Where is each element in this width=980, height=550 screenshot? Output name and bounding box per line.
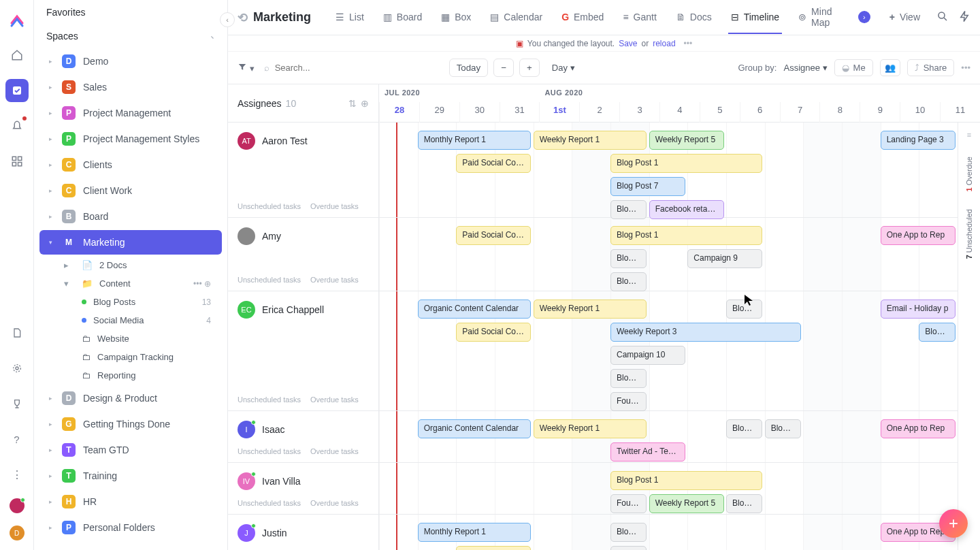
task-bar[interactable]: One App to Rep	[881, 226, 956, 245]
share-button[interactable]: ⤴Share	[907, 59, 955, 76]
tab-list[interactable]: ☰List	[333, 1, 367, 34]
task-bar[interactable]: Found...	[610, 392, 647, 411]
sidebar-space-hr[interactable]: ▸HHR	[39, 489, 222, 514]
assignee-avatar[interactable]	[238, 227, 255, 245]
sidebar-space-getting-things-done[interactable]: ▸GGetting Things Done	[39, 412, 222, 436]
task-bar[interactable]: Blog P...	[726, 494, 762, 513]
tab-calendar[interactable]: ▤Calendar	[487, 1, 545, 34]
task-bar[interactable]: Blog P...	[726, 419, 762, 438]
more-icon[interactable]: ⋮	[5, 463, 29, 486]
sidebar-space-client-work[interactable]: ▸CClient Work	[39, 178, 222, 203]
assignee-avatar[interactable]: EC	[238, 301, 255, 319]
tab-gantt[interactable]: ≡Gantt	[620, 1, 659, 34]
task-bar[interactable]: Blog Post 1	[610, 471, 762, 490]
search-input[interactable]	[275, 63, 357, 73]
sort-icon[interactable]: ⇅	[348, 98, 357, 109]
task-bar[interactable]: One App to Rep	[881, 419, 956, 438]
docs-icon[interactable]	[5, 321, 29, 344]
sidebar-space-board[interactable]: ▸BBoard	[39, 204, 222, 229]
task-bar[interactable]: Facebook retarg...	[649, 200, 724, 219]
groupby-dropdown[interactable]: Assignee ▾	[783, 63, 827, 73]
assignees-filter[interactable]: 👥	[880, 59, 900, 76]
task-bar[interactable]: Blog P	[919, 323, 955, 342]
help-icon[interactable]: ?	[5, 427, 29, 451]
assignee-avatar[interactable]: J	[238, 524, 255, 542]
task-bar[interactable]: Weekly Report 1	[534, 300, 647, 319]
task-bar[interactable]: Paid Social Cont...	[456, 546, 531, 550]
task-bar[interactable]: Monthly Report 1	[418, 131, 532, 150]
me-filter[interactable]: ◒Me	[834, 59, 873, 76]
tab-docs[interactable]: 🗎Docs	[673, 1, 715, 34]
settings-icon[interactable]: ⊕	[361, 98, 369, 109]
task-bar[interactable]: Organic Content Calendar	[418, 419, 532, 438]
user-avatar-2[interactable]: D	[10, 525, 24, 540]
tab-mind-map[interactable]: ⊚Mind Map	[796, 0, 842, 39]
overdue-rail[interactable]: 1 Overdue	[965, 157, 973, 191]
pulse-icon[interactable]	[5, 357, 29, 380]
home-icon[interactable]	[5, 44, 29, 67]
search-icon[interactable]	[936, 10, 949, 25]
sidebar-space-marketing[interactable]: ▾MMarketing	[39, 230, 222, 255]
task-bar[interactable]: Weekly Report 1	[534, 131, 647, 150]
sidebar-space-clients[interactable]: ▸CClients	[39, 152, 222, 177]
task-bar[interactable]: Twitter Ad - Tea...	[610, 442, 685, 462]
assignee-avatar[interactable]: AT	[238, 132, 255, 150]
unscheduled-link[interactable]: Unscheduled tasks	[238, 202, 301, 210]
user-avatar-1[interactable]	[10, 498, 24, 513]
unscheduled-link[interactable]: Unscheduled tasks	[238, 447, 301, 455]
task-bar[interactable]: Weekly Report 1	[534, 419, 647, 438]
create-task-fab[interactable]: +	[939, 509, 968, 538]
task-bar[interactable]: Paid Social Cont...	[456, 323, 531, 342]
sidebar-space-design-&-product[interactable]: ▸DDesign & Product	[39, 386, 222, 410]
task-bar[interactable]: Campaign 10	[610, 346, 685, 365]
task-bar[interactable]: Blog 20	[765, 419, 801, 438]
automations-icon[interactable]	[958, 10, 970, 25]
today-button[interactable]: Today	[449, 59, 489, 77]
tasks-icon[interactable]	[5, 79, 29, 102]
sidebar-space-demo[interactable]: ▸DDemo	[39, 49, 222, 74]
task-bar[interactable]: Blog 25	[610, 200, 647, 219]
sidebar-content[interactable]: ▾📁Content••• ⊕	[64, 274, 227, 293]
task-bar[interactable]: Landing Page 3	[881, 131, 956, 150]
overdue-link[interactable]: Overdue tasks	[310, 395, 359, 404]
save-link[interactable]: Save	[619, 39, 637, 48]
sidebar-space-team-gtd[interactable]: ▸TTeam GTD	[39, 438, 222, 462]
filter-icon[interactable]: ▾	[238, 62, 255, 74]
notifications-icon[interactable]	[5, 114, 29, 138]
sidebar-space-training[interactable]: ▸TTraining	[39, 464, 222, 488]
overdue-link[interactable]: Overdue tasks	[310, 447, 359, 455]
add-view-button[interactable]: +View	[887, 1, 923, 34]
zoom-out-button[interactable]: −	[493, 59, 514, 77]
task-bar[interactable]: Blog 25	[610, 369, 647, 388]
sidebar-space-project-management-styles[interactable]: ▸PProject Management Styles	[39, 127, 222, 151]
tab-box[interactable]: ▦Box	[438, 1, 474, 34]
sidebar-social-media[interactable]: Social Media4	[64, 311, 227, 329]
assignee-avatar[interactable]: I	[238, 421, 255, 438]
sidebar-docs[interactable]: ▸📄2 Docs	[64, 256, 227, 274]
sidebar-space-sales[interactable]: ▸SSales	[39, 75, 222, 99]
unscheduled-link[interactable]: Unscheduled tasks	[238, 499, 301, 507]
more-views-button[interactable]: ›	[855, 1, 873, 35]
overdue-link[interactable]: Overdue tasks	[310, 276, 359, 284]
overdue-link[interactable]: Overdue tasks	[310, 202, 359, 210]
task-bar[interactable]: Campaign 9	[687, 249, 762, 268]
task-bar[interactable]: Email - Holiday p	[881, 300, 956, 319]
overdue-link[interactable]: Overdue tasks	[310, 499, 359, 507]
sidebar-blog-posts[interactable]: Blog Posts13	[64, 293, 227, 311]
zoom-in-button[interactable]: +	[519, 59, 540, 77]
unscheduled-toggle-icon[interactable]: ≡	[967, 131, 971, 139]
task-bar[interactable]: Blog Post 1	[610, 226, 762, 245]
task-bar[interactable]: Blog Post 1	[610, 154, 762, 173]
task-bar[interactable]: Monthly Report 1	[418, 523, 532, 542]
task-bar[interactable]: Paid Social Cont...	[456, 154, 531, 173]
unscheduled-link[interactable]: Unscheduled tasks	[238, 395, 301, 404]
favorites-header[interactable]: Favorites	[34, 0, 227, 18]
tab-embed[interactable]: GEmbed	[559, 1, 606, 34]
task-bar[interactable]: Blog P...	[610, 546, 647, 550]
task-bar[interactable]: Blog 25	[610, 523, 647, 542]
task-bar[interactable]: Organic Content Calendar	[418, 300, 532, 319]
task-bar[interactable]: Blog P...	[610, 272, 647, 291]
unscheduled-link[interactable]: Unscheduled tasks	[238, 276, 301, 284]
sidebar-space-project-management[interactable]: ▸PProject Management	[39, 101, 222, 125]
task-bar[interactable]: Weekly Report 5	[649, 494, 724, 513]
